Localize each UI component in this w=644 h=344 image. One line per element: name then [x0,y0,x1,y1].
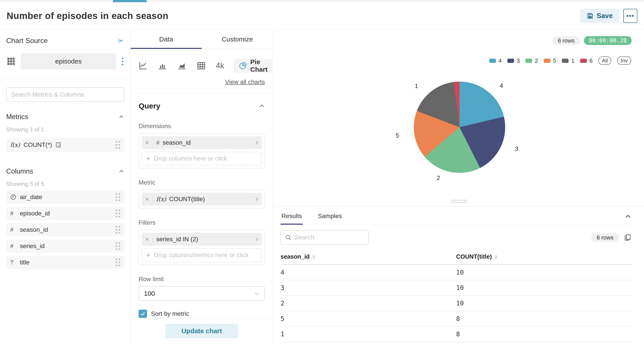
columns-section-header[interactable]: Columns [6,167,124,175]
metrics-section-header[interactable]: Metrics [6,113,124,121]
legend-item[interactable]: 3 [508,57,520,64]
chevron-down-icon [254,291,260,296]
hash-icon: # [10,210,20,217]
drag-handle-icon[interactable] [116,141,120,149]
sort-by-metric-row: Sort by metric [138,310,265,318]
chevron-up-icon[interactable] [118,114,124,120]
table-row[interactable]: 410 [280,265,632,280]
row-count-badge: 6 rows [552,36,580,45]
column-header-count-title[interactable]: COUNT(title) [456,250,632,265]
legend-item[interactable]: 2 [526,57,538,64]
line-chart-icon[interactable] [138,61,148,70]
ellipsis-icon: ••• [626,12,634,19]
copy-icon[interactable] [624,234,632,242]
column-item-series-id[interactable]: # series_id [6,240,124,253]
results-row-count-badge: 6 rows [591,233,619,242]
update-chart-button[interactable]: Update chart [165,324,238,338]
dimensions-label: Dimensions [138,123,265,130]
column-item-episode-id[interactable]: # episode_id [6,207,124,220]
drag-handle-icon[interactable] [116,210,120,217]
chevron-up-icon[interactable] [259,103,265,109]
bar-chart-icon[interactable] [158,61,167,70]
results-search-input[interactable] [295,234,364,241]
remove-icon[interactable] [142,233,152,246]
view-all-charts-link[interactable]: View all charts [225,78,265,85]
dimensions-dropzone-label: Drop columns here or click [154,155,227,162]
selected-viz-pie-chart[interactable]: Pie Chart [234,59,272,73]
table-cell: 6 [280,342,456,344]
legend-all-button[interactable]: All [598,56,611,65]
chevron-right-icon[interactable] [251,233,262,246]
sort-by-metric-checkbox[interactable] [138,310,147,318]
chevron-right-icon[interactable] [251,193,262,206]
divider [0,78,130,78]
chevron-up-icon[interactable] [118,168,124,174]
calculator-icon [55,142,61,148]
results-toolbar: 6 rows [280,230,632,245]
column-header-season-id[interactable]: season_id [280,250,456,265]
collapse-results-chevron-icon[interactable] [624,213,632,220]
table-row[interactable]: 18 [280,326,632,342]
filter-value: series_id IN (2) [156,236,198,243]
filter-pill-series-id[interactable]: series_id IN (2) [142,233,262,246]
legend-item[interactable]: 5 [544,57,556,64]
drag-handle-icon[interactable] [116,242,120,250]
table-row[interactable]: 210 [280,296,632,311]
tab-results[interactable]: Results [280,206,303,225]
drag-handle-icon[interactable] [116,259,120,266]
column-item-title[interactable]: ? title [6,256,124,269]
drag-handle-icon[interactable] [116,226,120,234]
sort-icon[interactable] [494,255,498,259]
big-number-chart-icon[interactable]: 4k [216,61,224,70]
top-progress-strip [0,0,644,2]
more-options-button[interactable]: ••• [623,9,638,23]
table-row[interactable]: 58 [280,311,632,326]
metrics-columns-search[interactable] [6,87,124,102]
area-chart-icon[interactable] [177,61,187,70]
table-cell: 1 [280,326,456,342]
collapse-panel-icon[interactable] [117,37,124,44]
dimension-pill-season-id[interactable]: # season_id [142,136,262,149]
save-button[interactable]: Save [580,9,619,23]
chevron-right-icon[interactable] [251,136,262,149]
dimensions-dropzone[interactable]: + Drop columns here or click [142,152,262,165]
filters-dropzone[interactable]: + Drop columns/metrics here or click [142,248,262,262]
dataset-options-kebab-icon[interactable] [121,57,124,66]
sort-icon[interactable] [312,255,316,259]
row-limit-select[interactable]: 100 [138,286,265,301]
panel-resize-handle[interactable] [451,200,467,203]
tab-data[interactable]: Data [131,29,202,49]
legend-item[interactable]: 4 [489,57,502,64]
table-row[interactable]: 310 [280,280,632,296]
table-chart-icon[interactable] [196,61,206,70]
column-item-label: season_id [20,226,48,233]
dimension-value: season_id [162,139,191,146]
query-title: Query [138,102,160,110]
results-search[interactable] [280,230,369,245]
slice-label-5: 5 [396,132,399,139]
legend-inv-button[interactable]: Inv [617,56,631,65]
column-item-season-id[interactable]: # season_id [6,223,124,236]
legend-item[interactable]: 6 [580,57,592,64]
drag-handle-icon[interactable] [116,193,120,201]
column-item-air-date[interactable]: air_date [6,191,124,204]
metric-list-item[interactable]: f(x) COUNT(*) [6,138,124,152]
legend-item[interactable]: 1 [562,57,574,64]
dataset-selector[interactable]: episodes [21,53,116,69]
slice-label-3: 3 [515,146,518,152]
tab-samples[interactable]: Samples [317,206,343,225]
remove-icon[interactable] [142,136,152,149]
controls-tabs: Data Customize [131,29,273,49]
query-timer-badge: 00:00:00.28 [584,36,632,45]
tab-customize[interactable]: Customize [202,29,273,49]
pie-chart[interactable] [414,82,505,173]
save-icon [586,12,594,19]
search-input[interactable] [11,91,120,98]
remove-icon[interactable] [142,193,152,206]
table-cell: 4 [280,265,456,280]
column-item-label: air_date [20,194,42,201]
legend-swatch [526,59,532,63]
metric-pill-count-title[interactable]: f(x) COUNT(title) [142,193,262,206]
metric-item-label: COUNT(*) [24,141,52,148]
table-row[interactable]: 61 [280,342,632,344]
